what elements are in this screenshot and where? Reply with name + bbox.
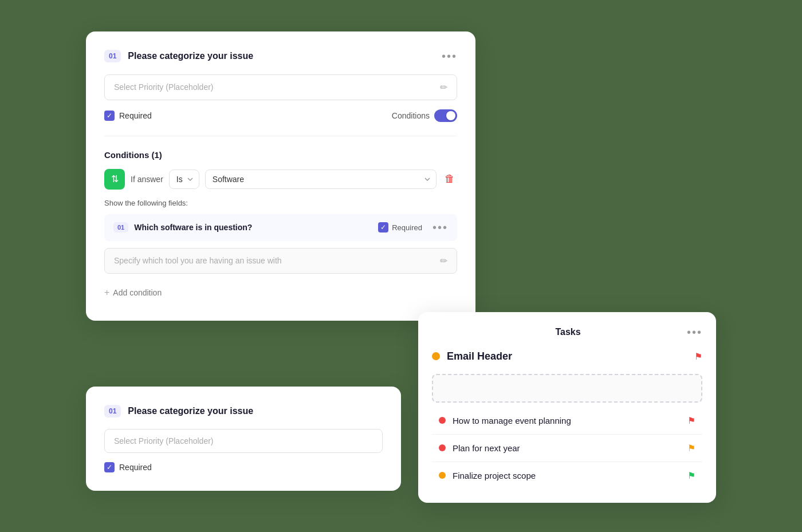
section1-title-group: 01 Please categorize your issue bbox=[104, 50, 253, 62]
required-checkbox-2[interactable]: ✓ bbox=[104, 462, 115, 472]
section2-title: Please categorize your issue bbox=[128, 406, 253, 416]
add-condition-label: Add condition bbox=[113, 288, 162, 297]
second-form-card: 01 Please categorize your issue Select P… bbox=[86, 387, 401, 491]
task-text-1: How to manage event planning bbox=[453, 416, 681, 425]
tasks-panel: Tasks ••• Email Header ⚑ How to manage e… bbox=[418, 312, 716, 503]
section1-header: 01 Please categorize your issue ••• bbox=[104, 50, 457, 63]
software-select[interactable]: Software bbox=[205, 170, 437, 189]
if-answer-label: If answer bbox=[131, 175, 163, 184]
task-text-2: Plan for next year bbox=[453, 443, 681, 453]
required-checkbox-label[interactable]: ✓ Required bbox=[104, 111, 152, 121]
plus-icon: + bbox=[104, 287, 109, 298]
drag-drop-zone[interactable] bbox=[432, 374, 702, 403]
email-header-dot bbox=[432, 352, 440, 360]
is-select[interactable]: Is bbox=[169, 170, 199, 189]
sub-more-dots[interactable]: ••• bbox=[433, 221, 448, 234]
task-item-2[interactable]: Plan for next year ⚑ bbox=[432, 435, 702, 462]
email-header-flag-icon: ⚑ bbox=[694, 351, 702, 362]
sub-required-label: ✓ Required bbox=[378, 222, 422, 232]
toggle-knob bbox=[446, 111, 455, 120]
task-dot-1 bbox=[439, 417, 446, 424]
required-checkbox-label-2[interactable]: ✓ Required bbox=[104, 462, 152, 472]
task-flag-icon-2: ⚑ bbox=[687, 443, 695, 454]
condition-row-1: ⇅ If answer Is Software 🗑 bbox=[104, 169, 457, 190]
tasks-title: Tasks bbox=[449, 327, 687, 337]
required-text: Required bbox=[119, 111, 152, 120]
main-form-card: 01 Please categorize your issue ••• Sele… bbox=[86, 31, 475, 321]
tasks-more-dots[interactable]: ••• bbox=[687, 326, 702, 339]
conditions-label: Conditions bbox=[392, 111, 430, 120]
task-text-3: Finalize project scope bbox=[453, 471, 681, 480]
sub-required-checkbox[interactable]: ✓ bbox=[378, 222, 388, 232]
step-badge-2: 01 bbox=[104, 405, 121, 417]
conditions-title: Conditions (1) bbox=[104, 150, 457, 160]
condition-filter-icon: ⇅ bbox=[104, 169, 125, 190]
section1-more-dots[interactable]: ••• bbox=[442, 50, 457, 63]
step-badge-1: 01 bbox=[104, 50, 121, 62]
task-flag-icon-3: ⚑ bbox=[687, 470, 695, 481]
sub-required-text: Required bbox=[392, 223, 422, 232]
checkmark-icon-2: ✓ bbox=[107, 463, 112, 471]
required-row-2: ✓ Required bbox=[104, 462, 383, 472]
priority-placeholder-field-2[interactable]: Select Priority (Placeholder) bbox=[104, 429, 383, 453]
section-divider bbox=[104, 136, 457, 136]
checkmark-icon: ✓ bbox=[107, 112, 112, 120]
priority-placeholder-text: Select Priority (Placeholder) bbox=[114, 82, 214, 92]
required-conditions-row: ✓ Required Conditions bbox=[104, 109, 457, 122]
sub-checkmark-icon: ✓ bbox=[380, 223, 386, 231]
conditions-toggle-switch[interactable] bbox=[434, 109, 457, 122]
sub-placeholder-text: Specify which tool you are having an iss… bbox=[114, 256, 282, 265]
section2-header: 01 Please categorize your issue bbox=[104, 405, 383, 417]
sub-question-text: Which software is in question? bbox=[134, 223, 372, 232]
section2-title-group: 01 Please categorize your issue bbox=[104, 405, 253, 417]
conditions-block: Conditions (1) ⇅ If answer Is Software 🗑… bbox=[104, 150, 457, 302]
show-fields-label: Show the following fields: bbox=[104, 199, 457, 207]
conditions-toggle-row: Conditions bbox=[392, 109, 457, 122]
task-dot-2 bbox=[439, 444, 446, 451]
tasks-header: Tasks ••• bbox=[432, 326, 702, 339]
add-condition-button[interactable]: + Add condition bbox=[104, 283, 457, 302]
required-checkbox[interactable]: ✓ bbox=[104, 111, 115, 121]
delete-condition-icon[interactable]: 🗑 bbox=[442, 171, 457, 187]
task-item-1[interactable]: How to manage event planning ⚑ bbox=[432, 407, 702, 435]
priority-placeholder-field[interactable]: Select Priority (Placeholder) ✏ bbox=[104, 74, 457, 100]
filter-icon: ⇅ bbox=[111, 174, 119, 184]
sub-step-badge: 01 bbox=[113, 222, 128, 232]
email-header-text: Email Header bbox=[447, 350, 687, 362]
sub-question-row: 01 Which software is in question? ✓ Requ… bbox=[104, 214, 457, 241]
priority-edit-icon[interactable]: ✏ bbox=[440, 82, 447, 93]
task-flag-icon-1: ⚑ bbox=[687, 415, 695, 426]
required-text-2: Required bbox=[119, 463, 152, 472]
sub-placeholder-field[interactable]: Specify which tool you are having an iss… bbox=[104, 248, 457, 274]
task-item-3[interactable]: Finalize project scope ⚑ bbox=[432, 462, 702, 489]
section1-title: Please categorize your issue bbox=[128, 51, 253, 61]
priority-placeholder-text-2: Select Priority (Placeholder) bbox=[114, 436, 214, 446]
sub-edit-icon[interactable]: ✏ bbox=[440, 255, 447, 266]
email-header-row: Email Header ⚑ bbox=[432, 350, 702, 367]
task-dot-3 bbox=[439, 472, 446, 479]
